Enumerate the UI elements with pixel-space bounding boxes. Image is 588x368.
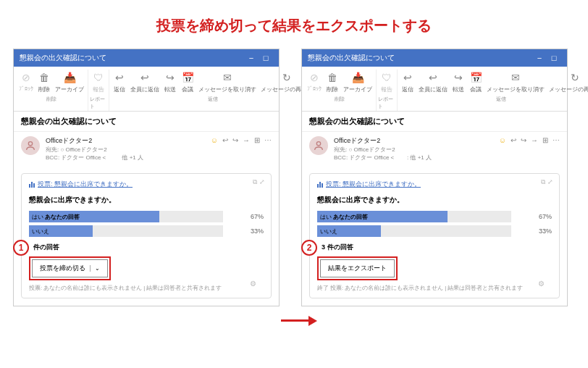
forward-icon[interactable]: → [531,136,538,144]
expand-icon[interactable]: ⤢ [547,178,553,186]
ribbon: ⊘ﾌﾞﾛｯｸ🗑削除📥アーカイブ削除🛡報告レポート↩返信↩全員に返信↪転送📅会議✉… [302,67,567,112]
window-title: 懇親会の出欠確認について [308,53,395,63]
poll-option[interactable]: いいえ33% [317,225,552,237]
callout-badge-2: 2 [301,240,317,256]
expand-icon[interactable]: ⤢ [259,178,265,186]
bar-chart-icon [317,182,323,188]
poll-link[interactable]: 投票: 懇親会に出席できますか。 [29,180,264,189]
response-count: 3 件の回答 [317,243,552,252]
delete-icon: 🗑 [326,71,339,84]
poll-question: 懇親会に出席できますか。 [29,195,264,205]
titlebar: 懇親会の出欠確認について − □ [302,49,567,67]
report-icon: 🛡 [92,71,105,84]
chevron-down-icon[interactable]: ⌄ [90,265,100,272]
gear-icon[interactable]: ⚙ [538,280,545,288]
mail-header: Officeドクター2 宛先: ○ Officeドクター2 BCC: ドクター … [302,132,567,166]
archive-button[interactable]: 📥アーカイブ [53,70,86,95]
export-results-button[interactable]: 結果をエクスポート [320,259,395,277]
poll-card: ⧉⤢ 投票: 懇親会に出席できますか。 懇親会に出席できますか。 はい あなたの… [309,173,560,298]
poll-option[interactable]: いいえ33% [29,225,264,237]
meeting-icon: 📅 [181,71,194,84]
poll-option[interactable]: はい あなたの回答67% [317,211,552,222]
forward-button[interactable]: ↪転送 [450,70,467,95]
reply-icon[interactable]: ↩ [222,136,228,144]
gear-icon[interactable]: ⚙ [250,280,256,288]
replyall-button[interactable]: ↩全員に返信 [128,70,161,95]
poll-question: 懇親会に出席できますか。 [317,195,552,205]
apps-icon[interactable]: ⊞ [542,136,548,144]
block-button: ⊘ﾌﾞﾛｯｸ [305,70,324,95]
mail-header: Officeドクター2 宛先: ○ Officeドクター2 BCC: ドクター … [14,132,279,166]
delete-button[interactable]: 🗑削除 [35,70,53,95]
archive-button[interactable]: 📥アーカイブ [341,70,374,95]
poll-note: 終了 投票: あなたの名前は誰にも表示されません | 結果は回答者と共有されます [317,285,552,292]
poll-card: ⧉⤢ 投票: 懇親会に出席できますか。 懇親会に出席できますか。 はい あなたの… [21,173,272,298]
reply-icon[interactable]: ↩ [511,136,516,144]
mail-subject: 懇親会の出欠確認について [14,112,279,132]
reply-button[interactable]: ↩返信 [111,70,128,95]
highlight-box: 結果をエクスポート [317,256,398,280]
replyall-icon: ↩ [427,71,440,84]
report-button: 🛡報告 [90,70,107,95]
archive-icon: 📥 [351,71,364,84]
poll-option[interactable]: はい あなたの回答67% [29,211,264,222]
maximize-button[interactable]: □ [259,54,273,62]
callout-badge-1: 1 [13,240,29,256]
svg-point-1 [316,142,320,146]
titlebar: 懇親会の出欠確認について − □ [14,49,279,67]
block-icon: ⊘ [308,71,321,84]
svg-point-0 [28,142,32,146]
arrow-icon [281,317,317,325]
replyall-button[interactable]: ↩全員に返信 [416,70,450,95]
recall-icon: ✉ [509,71,522,84]
replyall-icon: ↩ [138,71,151,84]
bar-chart-icon [29,182,35,188]
reply-icon: ↩ [113,71,126,84]
highlight-box: 投票を締め切る⌄ [29,256,111,280]
meeting-icon: 📅 [469,71,482,84]
outlook-window-right: 懇親会の出欠確認について − □ ⊘ﾌﾞﾛｯｸ🗑削除📥アーカイブ削除🛡報告レポー… [301,49,568,306]
apps-icon[interactable]: ⊞ [254,136,260,144]
window-title: 懇親会の出欠確認について [20,53,106,63]
mail-subject: 懇親会の出欠確認について [302,112,567,132]
archive-icon: 📥 [63,71,76,84]
recall-button[interactable]: ✉メッセージを取り消す [484,70,547,95]
resend-icon: ↻ [280,71,293,84]
delete-button[interactable]: 🗑削除 [324,70,341,95]
delete-icon: 🗑 [38,71,51,84]
replyall-icon[interactable]: ↪ [232,136,238,144]
block-button: ⊘ﾌﾞﾛｯｸ [17,70,35,95]
more-icon[interactable]: ⋯ [264,136,272,144]
recall-icon: ✉ [221,71,234,84]
minimize-button[interactable]: − [244,54,259,62]
reply-button[interactable]: ↩返信 [399,70,416,95]
react-icon[interactable]: ☺ [499,136,506,144]
report-icon: 🛡 [380,71,393,84]
more-icon[interactable]: ⋯ [553,136,560,144]
report-button: 🛡報告 [378,70,395,95]
page-title: 投票を締め切って結果をエクスポートする [0,0,588,49]
block-icon: ⊘ [20,71,33,84]
resend-button[interactable]: ↻メッセージの再送信 [547,70,588,95]
replyall-icon[interactable]: ↪ [521,136,526,144]
outlook-window-left: 懇親会の出欠確認について − □ ⊘ﾌﾞﾛｯｸ🗑削除📥アーカイブ削除🛡報告レポー… [13,49,280,306]
react-icon[interactable]: ☺ [211,136,218,144]
poll-note: 投票: あなたの名前は誰にも表示されません | 結果は回答者と共有されます [29,285,264,292]
meeting-button[interactable]: 📅会議 [179,70,196,95]
reply-icon: ↩ [401,71,414,84]
forward-icon: ↪ [452,71,465,84]
close-poll-button[interactable]: 投票を締め切る⌄ [32,259,108,277]
forward-icon[interactable]: → [243,136,250,144]
poll-link[interactable]: 投票: 懇親会に出席できますか。 [317,180,552,189]
copy-icon[interactable]: ⧉ [253,178,257,186]
recall-button[interactable]: ✉メッセージを取り消す [196,70,259,95]
copy-icon[interactable]: ⧉ [541,178,545,186]
resend-icon: ↻ [568,71,581,84]
forward-icon: ↪ [164,71,177,84]
avatar-icon [21,136,40,155]
meeting-button[interactable]: 📅会議 [467,70,484,95]
maximize-button[interactable]: □ [547,54,561,62]
minimize-button[interactable]: − [532,54,547,62]
forward-button[interactable]: ↪転送 [161,70,179,95]
avatar-icon [309,136,328,155]
